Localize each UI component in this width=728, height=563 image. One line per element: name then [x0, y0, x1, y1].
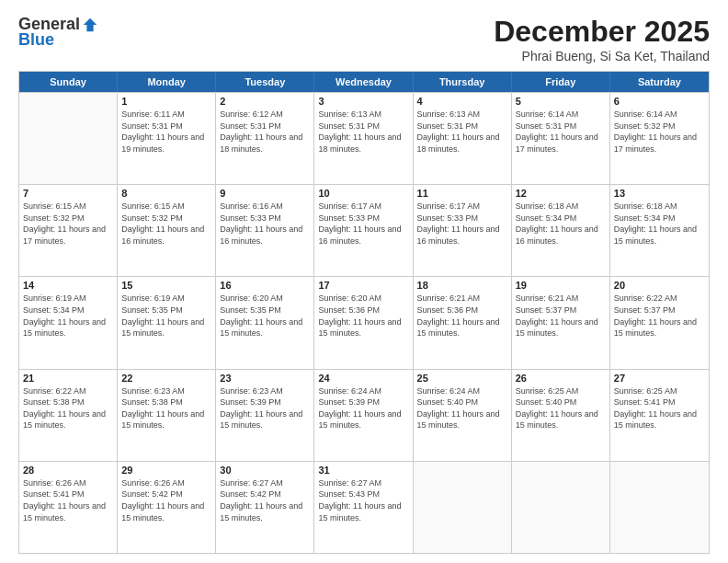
day-info: Sunrise: 6:24 AMSunset: 5:39 PMDaylight:… [318, 385, 408, 431]
calendar-cell: 31Sunrise: 6:27 AMSunset: 5:43 PMDayligh… [314, 462, 413, 553]
calendar-cell: 14Sunrise: 6:19 AMSunset: 5:34 PMDayligh… [19, 277, 118, 368]
calendar-cell [610, 462, 709, 553]
calendar-cell: 25Sunrise: 6:24 AMSunset: 5:40 PMDayligh… [414, 370, 512, 461]
day-info: Sunrise: 6:19 AMSunset: 5:34 PMDaylight:… [23, 293, 113, 339]
cal-header-day: Saturday [610, 72, 709, 92]
page: General Blue December 2025 Phrai Bueng, … [0, 0, 728, 563]
day-info: Sunrise: 6:17 AMSunset: 5:33 PMDaylight:… [318, 201, 408, 247]
day-number: 30 [220, 465, 310, 476]
logo-blue: Blue [18, 30, 54, 50]
day-info: Sunrise: 6:18 AMSunset: 5:34 PMDaylight:… [614, 201, 705, 247]
day-number: 19 [516, 280, 606, 291]
calendar-cell: 4Sunrise: 6:13 AMSunset: 5:31 PMDaylight… [414, 93, 512, 184]
day-info: Sunrise: 6:21 AMSunset: 5:36 PMDaylight:… [417, 293, 507, 339]
day-number: 29 [121, 465, 211, 476]
day-info: Sunrise: 6:20 AMSunset: 5:35 PMDaylight:… [220, 293, 310, 339]
day-number: 7 [23, 188, 113, 199]
day-info: Sunrise: 6:23 AMSunset: 5:39 PMDaylight:… [220, 385, 310, 431]
day-number: 25 [417, 373, 507, 384]
calendar-week: 21Sunrise: 6:22 AMSunset: 5:38 PMDayligh… [19, 369, 709, 461]
day-info: Sunrise: 6:14 AMSunset: 5:32 PMDaylight:… [614, 109, 705, 155]
title-area: December 2025 Phrai Bueng, Si Sa Ket, Th… [494, 15, 710, 63]
day-number: 15 [121, 280, 211, 291]
calendar-cell [19, 93, 118, 184]
calendar-cell: 29Sunrise: 6:26 AMSunset: 5:42 PMDayligh… [118, 462, 216, 553]
day-number: 21 [23, 373, 113, 384]
day-number: 16 [220, 280, 310, 291]
calendar-cell [414, 462, 512, 553]
day-info: Sunrise: 6:25 AMSunset: 5:41 PMDaylight:… [614, 385, 705, 431]
calendar-cell: 3Sunrise: 6:13 AMSunset: 5:31 PMDaylight… [314, 93, 413, 184]
day-number: 5 [516, 96, 606, 107]
day-info: Sunrise: 6:26 AMSunset: 5:42 PMDaylight:… [121, 477, 211, 523]
day-number: 24 [318, 373, 408, 384]
logo: General Blue [18, 15, 98, 50]
calendar-week: 1Sunrise: 6:11 AMSunset: 5:31 PMDaylight… [19, 92, 709, 184]
calendar-cell: 9Sunrise: 6:16 AMSunset: 5:33 PMDaylight… [216, 185, 314, 276]
cal-header-day: Sunday [19, 72, 118, 92]
day-info: Sunrise: 6:21 AMSunset: 5:37 PMDaylight:… [516, 293, 606, 339]
calendar-cell [512, 462, 610, 553]
day-number: 8 [121, 188, 211, 199]
calendar-cell: 8Sunrise: 6:15 AMSunset: 5:32 PMDaylight… [118, 185, 216, 276]
day-info: Sunrise: 6:22 AMSunset: 5:38 PMDaylight:… [23, 385, 113, 431]
day-info: Sunrise: 6:27 AMSunset: 5:42 PMDaylight:… [220, 477, 310, 523]
day-number: 14 [23, 280, 113, 291]
calendar-cell: 28Sunrise: 6:26 AMSunset: 5:41 PMDayligh… [19, 462, 118, 553]
day-number: 26 [516, 373, 606, 384]
calendar-cell: 23Sunrise: 6:23 AMSunset: 5:39 PMDayligh… [216, 370, 314, 461]
day-number: 28 [23, 465, 113, 476]
header: General Blue December 2025 Phrai Bueng, … [18, 15, 710, 63]
svg-marker-0 [84, 17, 97, 30]
day-number: 6 [614, 96, 705, 107]
day-info: Sunrise: 6:11 AMSunset: 5:31 PMDaylight:… [121, 109, 211, 155]
day-info: Sunrise: 6:24 AMSunset: 5:40 PMDaylight:… [417, 385, 507, 431]
calendar-cell: 5Sunrise: 6:14 AMSunset: 5:31 PMDaylight… [512, 93, 610, 184]
day-info: Sunrise: 6:15 AMSunset: 5:32 PMDaylight:… [23, 201, 113, 247]
cal-header-day: Wednesday [314, 72, 413, 92]
day-info: Sunrise: 6:15 AMSunset: 5:32 PMDaylight:… [121, 201, 211, 247]
day-info: Sunrise: 6:25 AMSunset: 5:40 PMDaylight:… [516, 385, 606, 431]
day-info: Sunrise: 6:16 AMSunset: 5:33 PMDaylight:… [220, 201, 310, 247]
day-info: Sunrise: 6:14 AMSunset: 5:31 PMDaylight:… [516, 109, 606, 155]
day-info: Sunrise: 6:20 AMSunset: 5:36 PMDaylight:… [318, 293, 408, 339]
calendar-cell: 27Sunrise: 6:25 AMSunset: 5:41 PMDayligh… [610, 370, 709, 461]
day-info: Sunrise: 6:23 AMSunset: 5:38 PMDaylight:… [121, 385, 211, 431]
day-number: 18 [417, 280, 507, 291]
calendar-cell: 1Sunrise: 6:11 AMSunset: 5:31 PMDaylight… [118, 93, 216, 184]
day-number: 4 [417, 96, 507, 107]
day-number: 23 [220, 373, 310, 384]
day-info: Sunrise: 6:18 AMSunset: 5:34 PMDaylight:… [516, 201, 606, 247]
calendar-cell: 7Sunrise: 6:15 AMSunset: 5:32 PMDaylight… [19, 185, 118, 276]
calendar-cell: 19Sunrise: 6:21 AMSunset: 5:37 PMDayligh… [512, 277, 610, 368]
calendar-cell: 20Sunrise: 6:22 AMSunset: 5:37 PMDayligh… [610, 277, 709, 368]
calendar: SundayMondayTuesdayWednesdayThursdayFrid… [18, 71, 710, 554]
day-info: Sunrise: 6:22 AMSunset: 5:37 PMDaylight:… [614, 293, 705, 339]
calendar-week: 14Sunrise: 6:19 AMSunset: 5:34 PMDayligh… [19, 276, 709, 368]
calendar-cell: 2Sunrise: 6:12 AMSunset: 5:31 PMDaylight… [216, 93, 314, 184]
day-number: 11 [417, 188, 507, 199]
calendar-cell: 24Sunrise: 6:24 AMSunset: 5:39 PMDayligh… [314, 370, 413, 461]
cal-header-day: Tuesday [216, 72, 314, 92]
calendar-cell: 11Sunrise: 6:17 AMSunset: 5:33 PMDayligh… [414, 185, 512, 276]
cal-header-day: Thursday [414, 72, 512, 92]
day-number: 20 [614, 280, 705, 291]
calendar-cell: 10Sunrise: 6:17 AMSunset: 5:33 PMDayligh… [314, 185, 413, 276]
day-number: 1 [121, 96, 211, 107]
logo-icon [82, 17, 98, 33]
day-number: 3 [318, 96, 408, 107]
day-number: 27 [614, 373, 705, 384]
day-info: Sunrise: 6:12 AMSunset: 5:31 PMDaylight:… [220, 109, 310, 155]
calendar-cell: 22Sunrise: 6:23 AMSunset: 5:38 PMDayligh… [118, 370, 216, 461]
calendar-week: 7Sunrise: 6:15 AMSunset: 5:32 PMDaylight… [19, 184, 709, 276]
calendar-cell: 30Sunrise: 6:27 AMSunset: 5:42 PMDayligh… [216, 462, 314, 553]
calendar-cell: 12Sunrise: 6:18 AMSunset: 5:34 PMDayligh… [512, 185, 610, 276]
day-number: 12 [516, 188, 606, 199]
day-number: 9 [220, 188, 310, 199]
day-number: 13 [614, 188, 705, 199]
calendar-body: 1Sunrise: 6:11 AMSunset: 5:31 PMDaylight… [19, 92, 709, 553]
calendar-cell: 15Sunrise: 6:19 AMSunset: 5:35 PMDayligh… [118, 277, 216, 368]
calendar-cell: 13Sunrise: 6:18 AMSunset: 5:34 PMDayligh… [610, 185, 709, 276]
calendar-cell: 17Sunrise: 6:20 AMSunset: 5:36 PMDayligh… [314, 277, 413, 368]
day-number: 10 [318, 188, 408, 199]
